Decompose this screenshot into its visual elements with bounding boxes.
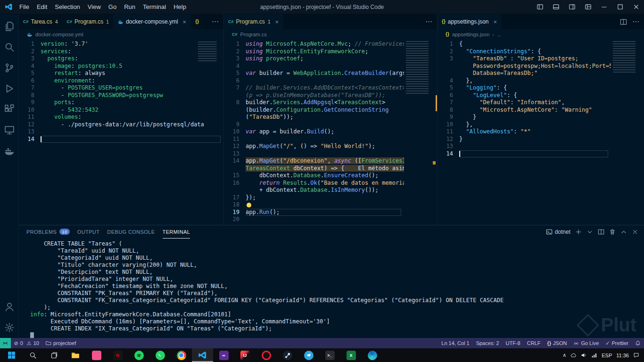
minimize-icon[interactable] [596,0,612,14]
code-editor-appsettings-json[interactable]: 1{2 "ConnectionStrings": {3 "TareasDb" :… [438,40,644,225]
window-title: appsettings.json - projectoef - Visual S… [260,4,384,10]
remote-icon: >< [3,341,8,346]
toggle-sidebar-icon[interactable] [532,0,548,14]
kill-terminal-icon[interactable] [609,229,616,235]
breadcrumb-item[interactable]: docker-compose.yml [35,32,83,37]
eol-sequence[interactable]: CRLF [524,338,544,348]
maximize-icon[interactable] [612,0,628,14]
terminal-shell-picker[interactable]: dotnet [546,229,570,235]
settings-gear-icon[interactable] [0,317,19,338]
source-control-icon[interactable] [0,58,19,78]
taskbar-vscode[interactable] [192,348,213,362]
maximize-panel-icon[interactable] [620,229,627,235]
language-mode[interactable]: {}JSON [544,338,570,348]
taskbar-whatsapp[interactable] [149,348,171,362]
volume-icon[interactable] [581,352,587,358]
panel-tab-problems[interactable]: PROBLEMS10 [26,225,70,239]
menu-help[interactable]: Help [170,2,190,12]
language-indicator[interactable]: ESP [602,353,612,358]
panel-tab-terminal[interactable]: TERMINAL [163,225,190,239]
panel-tab-debug-console[interactable]: DEBUG CONSOLE [107,225,155,239]
minimap[interactable] [613,41,639,74]
menu-run[interactable]: Run [120,2,139,12]
cloud-icon[interactable] [570,352,577,358]
close-panel-icon[interactable] [632,229,638,235]
minimap[interactable] [198,41,220,61]
tab-bar: {}appsettings.json× ··· [438,14,644,29]
remote-indicator[interactable]: >< [0,338,11,348]
taskbar-file-explorer[interactable] [65,348,86,362]
taskbar-windows-terminal[interactable]: >_ [319,348,340,362]
close-icon[interactable] [628,0,644,14]
search-icon[interactable] [0,37,19,58]
chevron-down-icon[interactable] [586,229,593,235]
taskbar-picpick[interactable] [86,348,107,362]
taskbar-task-view[interactable] [43,348,65,362]
close-icon[interactable]: × [494,19,497,25]
taskbar-steam[interactable] [277,348,298,362]
customize-layout-icon[interactable] [580,0,596,14]
remote-explorer-icon[interactable] [0,120,19,140]
taskbar-visual-studio[interactable]: ∞ [213,348,234,362]
tab-program-cs[interactable]: C#Program.cs1× [224,14,283,29]
taskbar-chrome[interactable] [171,348,192,362]
more-icon[interactable]: ··· [210,18,221,25]
network-icon[interactable] [591,352,597,358]
breadcrumb-item[interactable]: Program.cs [240,32,267,37]
taskbar-start[interactable] [1,348,22,362]
menu-view[interactable]: View [84,2,105,12]
more-icon[interactable]: ··· [631,18,642,25]
tab-appsettings-json[interactable]: {}appsettings.json× [438,14,502,29]
split-terminal-icon[interactable] [598,229,604,235]
run-debug-icon[interactable] [0,78,19,99]
toggle-secondary-sidebar-icon[interactable] [564,0,580,14]
menu-selection[interactable]: Selection [51,2,83,12]
close-icon[interactable]: × [275,19,279,25]
minimap[interactable] [406,41,432,94]
cursor-position[interactable]: Ln 14, Col 1 [438,338,472,348]
search-icon [28,351,38,360]
taskbar-intellij-idea[interactable]: IJ [234,348,256,362]
tab-json[interactable]: {} [191,14,204,29]
menu-file[interactable]: File [16,2,33,12]
problems-status[interactable]: ⊘0⚠10 [11,338,42,348]
terminal-output[interactable]: CREATE TABLE "Tareas" ( "TareaId" uuid N… [19,239,644,338]
tab-tarea-cs[interactable]: C#Tarea.cs4 [19,14,62,29]
account-icon[interactable] [0,296,19,317]
tab-program-cs[interactable]: C#Program.cs1 [62,14,113,29]
taskbar-opera[interactable] [256,348,277,362]
breadcrumb-item[interactable]: appsettings.json [452,32,490,37]
add-terminal-icon[interactable] [575,229,582,235]
explorer-icon[interactable] [0,16,19,37]
menu-edit[interactable]: Edit [33,2,51,12]
menu-terminal[interactable]: Terminal [139,2,170,12]
notifications[interactable] [632,338,644,348]
taskbar-spotify[interactable] [128,348,149,362]
taskbar-search[interactable] [22,348,43,362]
indentation[interactable]: Spaces: 2 [473,338,503,348]
go-live[interactable]: Go Live [570,338,602,348]
workspace-projectoef[interactable]: projectoef [42,338,79,348]
taskbar-telegram[interactable] [298,348,319,362]
docker-icon[interactable] [0,140,19,161]
notification-center-icon[interactable] [633,352,639,358]
split-editor-icon[interactable] [618,18,629,25]
code-editor-program-cs[interactable]: 1using Microsoft.AspNetCore.Mvc; // From… [224,40,437,225]
extensions-icon[interactable] [0,99,19,120]
more-icon[interactable]: ··· [424,18,435,25]
taskbar-excel[interactable]: X [340,348,362,362]
taskbar-netflix[interactable]: N [107,348,128,362]
toggle-panel-icon[interactable] [548,0,564,14]
panel-tab-output[interactable]: OUTPUT [77,225,100,239]
encoding[interactable]: UTF-8 [503,338,524,348]
code-line: 13 [224,150,404,158]
breadcrumb-item[interactable]: ... [497,32,501,37]
clock[interactable]: 11:36 [616,353,629,358]
menu-go[interactable]: Go [105,2,120,12]
close-icon[interactable]: × [183,19,187,25]
code-editor-docker-compose[interactable]: 1version: '3.7'2services:3 postgres:4 im… [19,40,223,225]
taskbar-edge[interactable] [362,348,383,362]
tab-docker-compose-yml[interactable]: docker-compose.yml× [114,14,191,29]
tray-expand-chevron-icon[interactable]: ∧ [562,352,566,358]
prettier[interactable]: ✓Prettier [602,338,632,348]
